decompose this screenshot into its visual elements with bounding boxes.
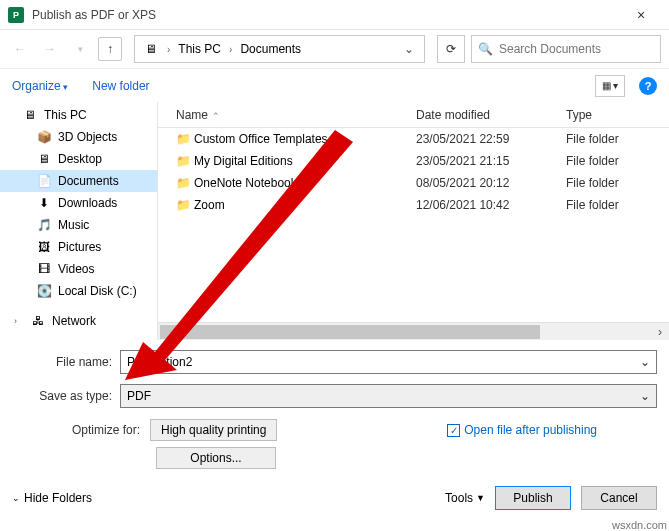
sidebar-item[interactable]: 💽Local Disk (C:) — [0, 280, 157, 302]
file-name: OneNote Notebooks — [194, 176, 416, 190]
folder-icon: 📁 — [176, 198, 194, 212]
file-name: Custom Office Templates — [194, 132, 416, 146]
sidebar-item[interactable]: 🎵Music — [0, 214, 157, 236]
back-button[interactable]: ← — [8, 37, 32, 61]
col-type[interactable]: Type — [566, 108, 666, 122]
file-type: File folder — [566, 198, 666, 212]
save-form: File name: Publication2 ⌄ Save as type: … — [0, 340, 669, 474]
title-bar: P Publish as PDF or XPS × — [0, 0, 669, 30]
col-name[interactable]: Name⌃ — [176, 108, 416, 122]
folder-icon: 📁 — [176, 176, 194, 190]
cancel-button[interactable]: Cancel — [581, 486, 657, 510]
file-date: 23/05/2021 22:59 — [416, 132, 566, 146]
up-button[interactable]: ↑ — [98, 37, 122, 61]
close-icon[interactable]: × — [621, 7, 661, 23]
folder-icon: 📁 — [176, 132, 194, 146]
filename-label: File name: — [12, 355, 120, 369]
sidebar-item-label: This PC — [44, 108, 87, 122]
sidebar-item[interactable]: 🖼Pictures — [0, 236, 157, 258]
help-icon[interactable]: ? — [639, 77, 657, 95]
scroll-thumb[interactable] — [160, 325, 540, 339]
organize-menu[interactable]: Organize — [12, 79, 68, 93]
sidebar-item[interactable]: 🎞Videos — [0, 258, 157, 280]
options-button[interactable]: Options... — [156, 447, 276, 469]
breadcrumb-drop-icon[interactable]: ⌄ — [398, 42, 420, 56]
savetype-select[interactable]: PDF ⌄ — [120, 384, 657, 408]
chevron-right-icon: › — [14, 316, 24, 326]
sidebar-item[interactable]: 📦3D Objects — [0, 126, 157, 148]
sidebar-item[interactable]: 📄Documents — [0, 170, 157, 192]
chevron-icon: › — [163, 44, 174, 55]
view-options-button[interactable]: ▦ ▾ — [595, 75, 625, 97]
file-row[interactable]: 📁Zoom12/06/2021 10:42File folder — [158, 194, 669, 216]
dropdown-icon[interactable]: ⌄ — [640, 389, 650, 403]
file-type: File folder — [566, 176, 666, 190]
bottom-bar: ⌄ Hide Folders Tools ▼ Publish Cancel — [0, 479, 669, 517]
tools-menu[interactable]: Tools ▼ — [445, 491, 485, 505]
file-date: 23/05/2021 21:15 — [416, 154, 566, 168]
folder-icon: 📁 — [176, 154, 194, 168]
sidebar-item-label: Music — [58, 218, 89, 232]
file-pane: Name⌃ Date modified Type 📁Custom Office … — [158, 102, 669, 340]
sidebar-network[interactable]: › 🖧 Network — [0, 310, 157, 332]
file-date: 12/06/2021 10:42 — [416, 198, 566, 212]
sidebar-this-pc[interactable]: 🖥 This PC — [0, 104, 157, 126]
horizontal-scrollbar[interactable]: › — [158, 322, 669, 340]
file-row[interactable]: 📁My Digital Editions23/05/2021 21:15File… — [158, 150, 669, 172]
sort-icon: ⌃ — [212, 111, 220, 121]
column-headers: Name⌃ Date modified Type — [158, 102, 669, 128]
window-title: Publish as PDF or XPS — [32, 8, 621, 22]
pc-icon: 🖥 — [143, 41, 159, 57]
filename-input[interactable]: Publication2 ⌄ — [120, 350, 657, 374]
file-name: My Digital Editions — [194, 154, 416, 168]
breadcrumb-folder[interactable]: Documents — [236, 40, 305, 58]
toolbar: Organize New folder ▦ ▾ ? — [0, 68, 669, 102]
forward-button[interactable]: → — [38, 37, 62, 61]
network-icon: 🖧 — [30, 313, 46, 329]
app-icon: P — [8, 7, 24, 23]
search-input[interactable]: 🔍 Search Documents — [471, 35, 661, 63]
sidebar-item[interactable]: ⬇Downloads — [0, 192, 157, 214]
savetype-value: PDF — [127, 389, 151, 403]
filename-value: Publication2 — [127, 355, 192, 369]
folder-icon: 🎞 — [36, 261, 52, 277]
search-icon: 🔍 — [478, 42, 493, 56]
sidebar-item-label: Videos — [58, 262, 94, 276]
scroll-right-icon[interactable]: › — [651, 325, 669, 339]
sidebar-item-label: Network — [52, 314, 96, 328]
sidebar-item[interactable]: 🖥Desktop — [0, 148, 157, 170]
watermark: wsxdn.com — [612, 519, 667, 531]
savetype-label: Save as type: — [12, 389, 120, 403]
open-after-checkbox[interactable]: ✓ Open file after publishing — [447, 423, 597, 437]
folder-icon: 🖼 — [36, 239, 52, 255]
folder-icon: ⬇ — [36, 195, 52, 211]
tools-label: Tools — [445, 491, 473, 505]
folder-icon: 🖥 — [36, 151, 52, 167]
checkbox-icon: ✓ — [447, 424, 460, 437]
file-row[interactable]: 📁OneNote Notebooks08/05/2021 20:12File f… — [158, 172, 669, 194]
sidebar-item-label: Desktop — [58, 152, 102, 166]
publish-button[interactable]: Publish — [495, 486, 571, 510]
optimize-label: Optimize for: — [72, 423, 140, 437]
col-date[interactable]: Date modified — [416, 108, 566, 122]
breadcrumb-root[interactable]: This PC — [174, 40, 225, 58]
hide-folders-toggle[interactable]: ⌄ Hide Folders — [12, 491, 92, 505]
recent-dropdown-icon[interactable]: ▾ — [68, 37, 92, 61]
sidebar-item-label: Documents — [58, 174, 119, 188]
explorer-body: 🖥 This PC 📦3D Objects🖥Desktop📄Documents⬇… — [0, 102, 669, 340]
file-row[interactable]: 📁Custom Office Templates23/05/2021 22:59… — [158, 128, 669, 150]
hide-folders-label: Hide Folders — [24, 491, 92, 505]
file-type: File folder — [566, 154, 666, 168]
new-folder-button[interactable]: New folder — [92, 79, 149, 93]
nav-row: ← → ▾ ↑ 🖥 › This PC › Documents ⌄ ⟳ 🔍 Se… — [0, 30, 669, 68]
sidebar-item-label: Downloads — [58, 196, 117, 210]
pc-icon: 🖥 — [22, 107, 38, 123]
chevron-down-icon: ⌄ — [12, 493, 20, 503]
dropdown-icon[interactable]: ⌄ — [640, 355, 650, 369]
search-placeholder: Search Documents — [499, 42, 601, 56]
file-name: Zoom — [194, 198, 416, 212]
optimize-value[interactable]: High quality printing — [150, 419, 277, 441]
sidebar-item-label: Pictures — [58, 240, 101, 254]
breadcrumb[interactable]: 🖥 › This PC › Documents ⌄ — [134, 35, 425, 63]
refresh-button[interactable]: ⟳ — [437, 35, 465, 63]
